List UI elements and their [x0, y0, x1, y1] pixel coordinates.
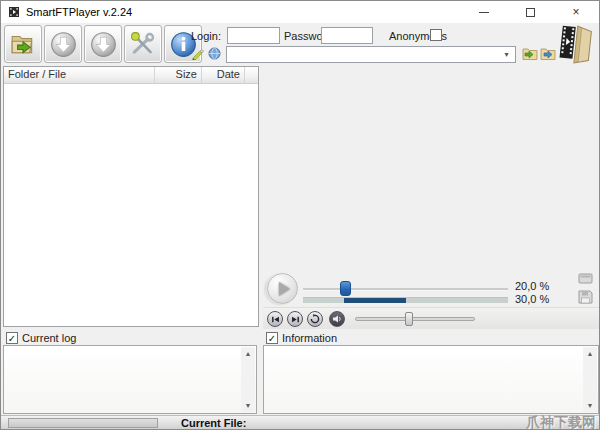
- save-icon[interactable]: [578, 290, 593, 304]
- watermark-text: 爪神下载网: [526, 414, 596, 430]
- information-checkbox[interactable]: ✓: [266, 332, 278, 344]
- volume-slider[interactable]: [355, 317, 475, 321]
- information-textarea[interactable]: ▲ ▼: [263, 345, 599, 414]
- file-list-header: Folder / File Size Date: [4, 67, 258, 84]
- status-bar: Current File: 爪神下载网: [1, 415, 599, 430]
- buffer-percent-label: 30,0 %: [515, 293, 549, 305]
- playlist-window-icon[interactable]: [578, 273, 593, 285]
- connect-folder-icon: [10, 31, 36, 57]
- column-folder-file[interactable]: Folder / File: [4, 67, 155, 83]
- download-icon: [50, 31, 77, 58]
- anonymous-checkbox[interactable]: ✓: [430, 29, 442, 41]
- password-input[interactable]: [321, 27, 373, 44]
- play-button[interactable]: [267, 273, 298, 304]
- play-pause-button[interactable]: [287, 311, 303, 327]
- column-extra: [245, 67, 258, 83]
- tools-icon: [130, 31, 156, 57]
- seek-slider[interactable]: [303, 288, 508, 291]
- progress-fill: [344, 298, 406, 303]
- download-button[interactable]: [44, 25, 82, 63]
- close-button[interactable]: ×: [553, 1, 599, 23]
- edit-pencil-icon[interactable]: [191, 47, 204, 60]
- app-logo-icon: [554, 24, 597, 65]
- repeat-icon: [310, 314, 320, 324]
- globe-icon[interactable]: [208, 47, 221, 60]
- current-log-label: Current log: [22, 332, 76, 344]
- mute-button[interactable]: [329, 311, 345, 327]
- volume-handle[interactable]: [405, 312, 413, 326]
- dropdown-arrow-icon[interactable]: ▾: [499, 47, 514, 62]
- file-list-panel: Folder / File Size Date: [3, 66, 259, 327]
- url-input[interactable]: [227, 47, 499, 62]
- app-window: SmartFTPlayer v.2.24 ×: [0, 0, 600, 430]
- download-all-icon: [90, 31, 117, 58]
- player-panel: 20,0 % 30,0 %: [263, 269, 599, 329]
- close-icon: ×: [572, 5, 579, 19]
- app-icon: [8, 6, 20, 18]
- log-textarea[interactable]: ▲ ▼: [3, 345, 257, 414]
- download-all-button[interactable]: [84, 25, 122, 63]
- info-scrollbar[interactable]: ▲ ▼: [583, 347, 597, 412]
- login-input[interactable]: [227, 27, 280, 44]
- check-icon: ✓: [268, 333, 276, 344]
- title-bar[interactable]: SmartFTPlayer v.2.24 ×: [1, 1, 599, 23]
- url-combobox[interactable]: ▾: [226, 46, 516, 63]
- minimize-icon: [479, 12, 489, 13]
- skip-back-button[interactable]: [267, 311, 283, 327]
- window-title: SmartFTPlayer v.2.24: [26, 6, 132, 18]
- scroll-down-icon[interactable]: ▼: [241, 399, 255, 412]
- column-date[interactable]: Date: [202, 67, 245, 83]
- current-file-label: Current File:: [181, 417, 246, 429]
- scroll-up-icon[interactable]: ▲: [241, 347, 255, 360]
- maximize-icon: [526, 8, 535, 17]
- transport-strip: [263, 307, 599, 329]
- connect-button[interactable]: [4, 25, 42, 63]
- speaker-icon: [332, 314, 342, 324]
- minimize-button[interactable]: [461, 1, 507, 23]
- column-size[interactable]: Size: [155, 67, 202, 83]
- scroll-up-icon[interactable]: ▲: [583, 347, 597, 360]
- information-label: Information: [282, 332, 337, 344]
- settings-button[interactable]: [124, 25, 162, 63]
- seek-percent-label: 20,0 %: [515, 280, 549, 292]
- seek-handle[interactable]: [340, 281, 351, 296]
- file-list-body[interactable]: [4, 84, 258, 326]
- login-label: Login:: [191, 30, 221, 42]
- check-icon: ✓: [8, 333, 16, 344]
- play-pause-icon: [291, 315, 300, 324]
- maximize-button[interactable]: [507, 1, 553, 23]
- log-scrollbar[interactable]: ▲ ▼: [241, 347, 255, 412]
- current-log-checkbox[interactable]: ✓: [6, 332, 18, 344]
- status-progress-bar: [8, 418, 158, 428]
- repeat-button[interactable]: [307, 311, 323, 327]
- scroll-down-icon[interactable]: ▼: [583, 399, 597, 412]
- open-folder-icon[interactable]: [522, 46, 538, 61]
- buffer-progress-bar: [303, 297, 508, 303]
- skip-back-icon: [271, 315, 280, 324]
- play-icon: [279, 282, 290, 296]
